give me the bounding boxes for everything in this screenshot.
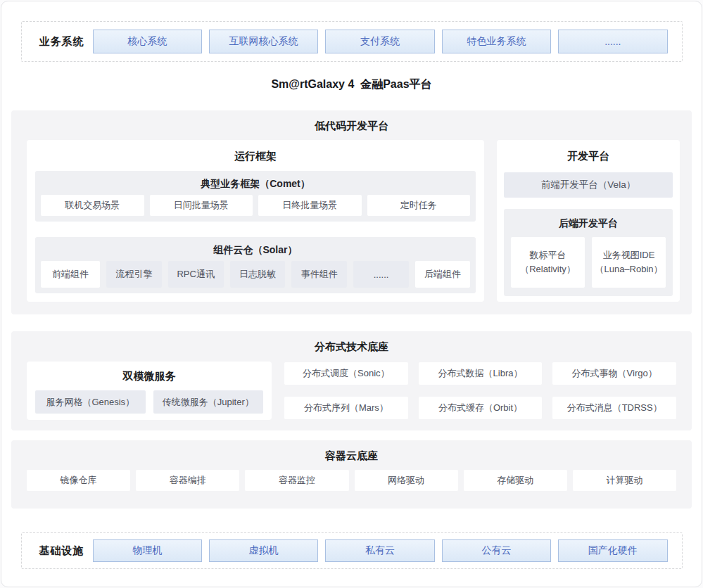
business-systems-label: 业务系统 — [39, 35, 93, 49]
dev-platform-card: 开发平台 前端开发平台（Vela） 后端开发平台 数标平台 （Relativit… — [497, 140, 680, 302]
dev-platform-title: 开发平台 — [504, 148, 673, 164]
relativity-name: 数标平台 — [530, 248, 566, 262]
distributed-body: 双模微服务 服务网格（Genesis） 传统微服务（Jupiter） 分布式调度… — [11, 362, 692, 420]
lowcode-section-title: 低代码开发平台 — [11, 110, 692, 135]
relativity-codename: （Relativity） — [520, 262, 576, 276]
comet-framework-title: 典型业务框架（Comet） — [41, 177, 470, 191]
container-capability-box: 容器编排 — [136, 470, 239, 491]
luna-robin-name: 业务视图IDE — [603, 248, 655, 262]
business-system-box: 核心系统 — [93, 30, 202, 53]
luna-robin-ide-box: 业务视图IDE （Luna–Robin） — [592, 237, 666, 288]
container-capability-box: 存储驱动 — [464, 470, 567, 491]
backend-dev-boxes: 数标平台 （Relativity） 业务视图IDE （Luna–Robin） — [511, 237, 666, 288]
business-system-box: ...... — [558, 30, 667, 53]
distributed-capability-box: 分布式调度（Sonic） — [284, 362, 408, 385]
distributed-grid: 分布式调度（Sonic） 分布式数据（Libra） 分布式事物（Virgo） 分… — [284, 362, 676, 420]
comet-scenario-box: 定时任务 — [367, 195, 471, 216]
infrastructure-label: 基础设施 — [39, 544, 93, 558]
business-systems-boxes: 核心系统 互联网核心系统 支付系统 特色业务系统 ...... — [93, 30, 668, 53]
backend-dev-platform-title: 后端开发平台 — [511, 216, 666, 230]
business-system-box: 特色业务系统 — [442, 30, 551, 53]
infrastructure-box: 虚拟机 — [209, 539, 318, 562]
container-capability-box: 容器监控 — [245, 470, 348, 491]
infrastructure-box: 私有云 — [325, 539, 434, 562]
frontend-component-box: 前端组件 — [41, 261, 100, 288]
infrastructure-box: 物理机 — [93, 539, 202, 562]
solar-chip: ...... — [353, 261, 409, 288]
comet-scenario-box: 日间批量场景 — [150, 195, 253, 216]
distributed-capability-box: 分布式缓存（Orbit） — [419, 397, 543, 419]
distributed-grid-row: 分布式序列（Mars） 分布式缓存（Orbit） 分布式消息（TDRSS） — [284, 397, 676, 419]
runtime-framework-card: 运行框架 典型业务框架（Comet） 联机交易场景 日间批量场景 日终批量场景 … — [27, 140, 484, 302]
container-capability-box: 镜像仓库 — [27, 470, 130, 491]
dual-mode-title: 双模微服务 — [35, 369, 263, 384]
backend-dev-platform-card: 后端开发平台 数标平台 （Relativity） 业务视图IDE （Luna–R… — [504, 209, 673, 296]
container-cloud-row: 镜像仓库 容器编排 容器监控 网络驱动 存储驱动 计算驱动 — [11, 470, 692, 491]
vela-frontend-platform-box: 前端开发平台（Vela） — [504, 172, 673, 198]
business-system-box: 支付系统 — [325, 30, 434, 53]
runtime-framework-title: 运行框架 — [35, 148, 476, 164]
container-cloud-title: 容器云底座 — [11, 440, 692, 465]
dual-mode-chips: 服务网格（Genesis） 传统微服务（Jupiter） — [35, 390, 263, 414]
infrastructure-box: 公有云 — [442, 539, 551, 562]
comet-scenario-box: 联机交易场景 — [41, 195, 144, 216]
solar-chip: RPC通讯 — [168, 261, 224, 288]
distributed-capability-box: 分布式消息（TDRSS） — [552, 397, 676, 419]
luna-robin-codename: （Luna–Robin） — [595, 262, 662, 276]
solar-chip: 日志脱敏 — [230, 261, 286, 288]
backend-component-box: 后端组件 — [415, 261, 470, 288]
container-cloud-section: 容器云底座 镜像仓库 容器编排 容器监控 网络驱动 存储驱动 计算驱动 — [11, 440, 692, 509]
container-capability-box: 计算驱动 — [573, 470, 676, 491]
distributed-section-title: 分布式技术底座 — [11, 331, 692, 356]
distributed-grid-row: 分布式调度（Sonic） 分布式数据（Libra） 分布式事物（Virgo） — [284, 362, 676, 385]
solar-component-card: 组件云仓（Solar） 前端组件 流程引擎 RPC通讯 日志脱敏 事件组件 ..… — [35, 237, 476, 293]
platform-title: Sm@rtGalaxy 4 金融Paas平台 — [1, 77, 702, 94]
comet-scenario-row: 联机交易场景 日间批量场景 日终批量场景 定时任务 — [41, 195, 470, 216]
distributed-section: 分布式技术底座 双模微服务 服务网格（Genesis） 传统微服务（Jupite… — [11, 331, 692, 430]
solar-component-row: 前端组件 流程引擎 RPC通讯 日志脱敏 事件组件 ...... 后端组件 — [41, 261, 470, 288]
dual-mode-microservice-card: 双模微服务 服务网格（Genesis） 传统微服务（Jupiter） — [27, 362, 272, 420]
architecture-diagram-page: 业务系统 核心系统 互联网核心系统 支付系统 特色业务系统 ...... Sm@… — [1, 1, 702, 587]
solar-chip: 流程引擎 — [106, 261, 162, 288]
business-system-box: 互联网核心系统 — [209, 30, 318, 53]
genesis-service-mesh-box: 服务网格（Genesis） — [35, 390, 146, 414]
distributed-capability-box: 分布式序列（Mars） — [284, 397, 408, 419]
solar-chip: 事件组件 — [291, 261, 347, 288]
business-systems-row: 业务系统 核心系统 互联网核心系统 支付系统 特色业务系统 ...... — [21, 21, 683, 62]
distributed-capability-box: 分布式事物（Virgo） — [552, 362, 676, 385]
comet-framework-card: 典型业务框架（Comet） 联机交易场景 日间批量场景 日终批量场景 定时任务 — [35, 171, 476, 222]
solar-component-title: 组件云仓（Solar） — [41, 243, 470, 257]
lowcode-body: 运行框架 典型业务框架（Comet） 联机交易场景 日间批量场景 日终批量场景 … — [11, 135, 692, 302]
comet-scenario-box: 日终批量场景 — [258, 195, 362, 216]
container-capability-box: 网络驱动 — [355, 470, 458, 491]
infrastructure-box: 国产化硬件 — [558, 539, 667, 562]
relativity-platform-box: 数标平台 （Relativity） — [511, 237, 585, 288]
distributed-capability-box: 分布式数据（Libra） — [419, 362, 543, 385]
lowcode-section: 低代码开发平台 运行框架 典型业务框架（Comet） 联机交易场景 日间批量场景… — [11, 110, 692, 314]
infrastructure-boxes: 物理机 虚拟机 私有云 公有云 国产化硬件 — [93, 539, 668, 562]
infrastructure-row: 基础设施 物理机 虚拟机 私有云 公有云 国产化硬件 — [21, 532, 683, 569]
jupiter-microservice-box: 传统微服务（Jupiter） — [153, 390, 264, 414]
